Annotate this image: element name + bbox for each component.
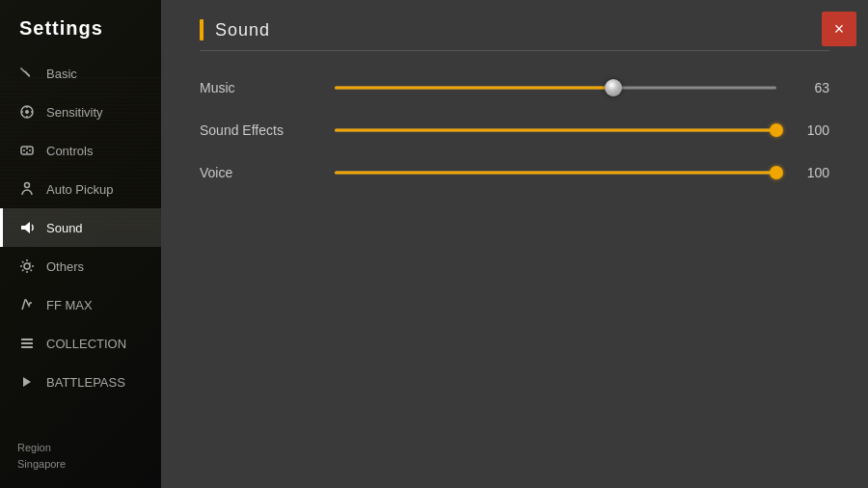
sidebar-item-collection-label: COLLECTION — [46, 337, 126, 351]
svg-point-12 — [25, 183, 30, 188]
sidebar: Settings Basic Sensitivity — [0, 0, 161, 488]
battle-pass-icon — [17, 372, 37, 392]
sfx-label: Sound Effects — [200, 122, 315, 138]
music-value: 63 — [796, 80, 829, 95]
sfx-thumb[interactable] — [770, 123, 783, 137]
sensitivity-icon — [17, 102, 37, 122]
others-icon — [17, 257, 37, 276]
section-title: Sound — [215, 20, 270, 41]
voice-track-fill — [335, 172, 776, 175]
svg-rect-13 — [21, 226, 25, 230]
sidebar-item-ff-max[interactable]: FF MAX — [0, 285, 161, 324]
svg-point-11 — [29, 149, 31, 151]
sidebar-item-others-label: Others — [46, 259, 84, 274]
sfx-slider[interactable] — [335, 127, 776, 133]
section-indicator — [200, 19, 203, 41]
controls-icon — [17, 141, 37, 160]
svg-rect-0 — [24, 70, 31, 77]
main-panel: × Sound Music 63 Sound Effects 100 — [161, 0, 868, 488]
sidebar-item-sensitivity-label: Sensitivity — [46, 105, 103, 120]
region-info: Region Singapore — [0, 425, 161, 488]
svg-point-14 — [24, 263, 30, 269]
music-slider-row: Music 63 — [200, 80, 829, 95]
svg-point-9 — [26, 148, 28, 149]
sidebar-item-others[interactable]: Others — [0, 247, 161, 285]
sidebar-item-controls[interactable]: Controls — [0, 131, 161, 170]
sidebar-item-sound[interactable]: Sound — [0, 208, 161, 247]
sound-icon — [17, 218, 37, 237]
region-value: Singapore — [17, 456, 144, 474]
wrench-icon — [17, 64, 37, 83]
sidebar-item-controls-label: Controls — [46, 144, 93, 158]
music-thumb[interactable] — [605, 79, 622, 96]
section-header: Sound — [200, 19, 829, 51]
sidebar-item-sensitivity[interactable]: Sensitivity — [0, 93, 161, 131]
auto-pickup-icon — [17, 179, 37, 199]
music-label: Music — [200, 80, 315, 95]
music-track-fill — [335, 87, 613, 90]
sfx-track-fill — [335, 129, 776, 132]
settings-title: Settings — [0, 0, 161, 54]
sliders-container: Music 63 Sound Effects 100 Voice — [200, 80, 829, 180]
voice-value: 100 — [796, 165, 829, 180]
svg-marker-18 — [23, 377, 31, 387]
svg-point-8 — [23, 149, 25, 151]
sidebar-item-basic[interactable]: Basic — [0, 54, 161, 93]
music-slider[interactable] — [335, 85, 776, 91]
collection-icon — [17, 334, 37, 353]
svg-rect-16 — [21, 342, 33, 344]
ff-max-icon — [17, 295, 37, 314]
voice-thumb[interactable] — [770, 166, 783, 179]
sidebar-item-battle-pass-label: BATTLEPASS — [46, 375, 125, 390]
sidebar-item-auto-pickup-label: Auto Pickup — [46, 182, 113, 197]
close-button[interactable]: × — [822, 12, 856, 46]
svg-rect-17 — [21, 346, 33, 348]
voice-label: Voice — [200, 165, 315, 180]
voice-slider-row: Voice 100 — [200, 165, 829, 180]
svg-point-2 — [25, 110, 29, 114]
sfx-value: 100 — [796, 122, 829, 138]
region-label: Region — [17, 440, 144, 457]
svg-rect-15 — [21, 339, 33, 340]
sidebar-item-collection[interactable]: COLLECTION — [0, 324, 161, 363]
sidebar-item-sound-label: Sound — [46, 221, 83, 235]
sidebar-item-basic-label: Basic — [46, 67, 77, 81]
sidebar-item-auto-pickup[interactable]: Auto Pickup — [0, 170, 161, 208]
sidebar-item-ff-max-label: FF MAX — [46, 298, 93, 312]
close-icon: × — [834, 19, 845, 40]
sfx-slider-row: Sound Effects 100 — [200, 122, 829, 138]
svg-point-10 — [26, 151, 28, 153]
sidebar-item-battle-pass[interactable]: BATTLEPASS — [0, 363, 161, 401]
voice-slider[interactable] — [335, 170, 776, 176]
